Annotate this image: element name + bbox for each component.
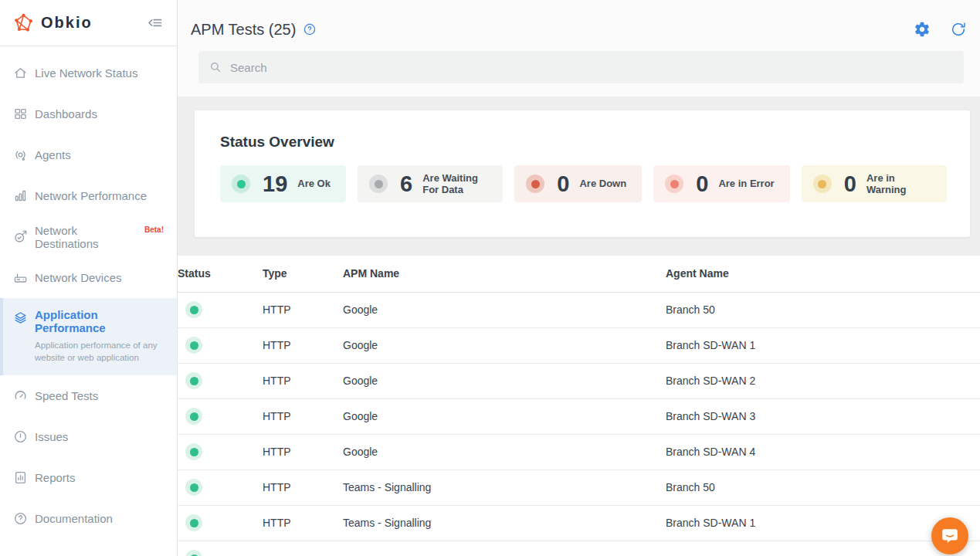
- cell-agent-name: Branch SD-WAN 4: [666, 434, 980, 470]
- status-label: Are Down: [579, 178, 626, 189]
- sidebar-item-label: Documentation: [35, 512, 113, 525]
- cell-apm-name: Teams - Signalling: [343, 505, 666, 541]
- dashboards-icon: [13, 107, 28, 121]
- sidebar-item-label: Speed Tests: [35, 389, 98, 402]
- cell-type: HTTP: [263, 398, 343, 434]
- cell-agent-name: Branch SD-WAN 1: [666, 327, 980, 363]
- layers-icon: [13, 310, 28, 325]
- topbar: APM Tests (25): [178, 0, 980, 97]
- sidebar-item[interactable]: Application Performance Application perf…: [0, 298, 177, 375]
- beta-badge: Beta!: [144, 225, 164, 234]
- sidebar-item[interactable]: Live Network Status: [0, 53, 177, 93]
- status-dot-icon: [813, 175, 832, 193]
- cell-apm-name: Google: [343, 434, 666, 470]
- page-title: APM Tests (25): [191, 21, 296, 39]
- report-icon: [13, 470, 28, 485]
- status-overview-title: Status Overview: [220, 110, 947, 149]
- status-ok-icon: [185, 550, 202, 556]
- status-chip[interactable]: 6 Are Waiting For Data: [358, 165, 503, 202]
- status-count: 19: [263, 171, 287, 197]
- sidebar: Obkio Live Network Status: [0, 0, 178, 556]
- cell-agent-name: Branch SD-WAN 3: [666, 398, 980, 434]
- cell-apm-name: Google: [343, 363, 666, 398]
- status-ok-icon: [185, 408, 202, 425]
- sidebar-item-label: More: [35, 553, 61, 556]
- status-chip[interactable]: 0 Are in Warning: [802, 165, 947, 202]
- sidebar-item-label: Network Destinations: [35, 224, 140, 250]
- table-row[interactable]: HTTP Google Branch SD-WAN 3: [178, 398, 980, 434]
- cell-agent-name: Branch 50: [666, 470, 980, 505]
- status-label: Are in Warning: [866, 172, 931, 196]
- status-dot-icon: [526, 175, 544, 193]
- home-icon: [13, 66, 28, 80]
- settings-gear-icon[interactable]: [914, 21, 931, 38]
- column-header: Type: [263, 256, 343, 292]
- destination-icon: [13, 229, 28, 244]
- agents-icon: [13, 147, 28, 162]
- status-ok-icon: [185, 479, 202, 496]
- sidebar-item-label: Reports: [35, 471, 76, 484]
- sidebar-item-label: Network Performance: [35, 189, 147, 202]
- sidebar-item[interactable]: Network Destinations Beta!: [0, 216, 177, 257]
- refresh-icon[interactable]: [950, 21, 967, 38]
- sidebar-item-label: Live Network Status: [35, 66, 137, 80]
- help-icon[interactable]: [303, 22, 317, 36]
- sidebar-nav: Live Network Status Dashboards: [0, 46, 177, 556]
- cell-apm-name: Teams - Signalling: [343, 470, 666, 505]
- sidebar-item[interactable]: Network Devices: [0, 257, 177, 298]
- table-row[interactable]: HTTP Google Branch SD-WAN 1: [178, 327, 980, 363]
- collapse-sidebar-icon[interactable]: [145, 14, 164, 32]
- cell-type: HTTP: [263, 363, 343, 398]
- sidebar-item[interactable]: Documentation: [0, 498, 177, 539]
- status-chips: 19 Are Ok 6 Are Waiting For Data 0 Are D…: [220, 165, 947, 202]
- bar-chart-icon: [13, 188, 28, 203]
- status-chip[interactable]: 19 Are Ok: [220, 165, 346, 202]
- status-ok-icon: [185, 337, 202, 354]
- sidebar-item-subtitle: Application performance of any website o…: [35, 340, 167, 364]
- sidebar-item[interactable]: Speed Tests: [0, 375, 177, 416]
- cell-agent-name: Branch 50: [666, 292, 980, 327]
- status-count: 0: [557, 171, 569, 197]
- status-band: Status Overview 19 Are Ok 6 Are Waiting …: [178, 97, 980, 256]
- status-count: 6: [400, 171, 412, 197]
- sidebar-item[interactable]: Issues: [0, 416, 177, 457]
- cell-apm-name: Google: [343, 398, 666, 434]
- sidebar-item-label: Issues: [35, 430, 68, 443]
- chat-bubble-icon: [940, 526, 960, 546]
- sidebar-item-label: Dashboards: [35, 107, 97, 120]
- sidebar-item[interactable]: Reports: [0, 457, 177, 498]
- cell-type: HTTP: [263, 470, 343, 505]
- sidebar-item[interactable]: More: [0, 539, 177, 556]
- status-dot-icon: [369, 175, 388, 193]
- cell-type: HTTP: [263, 505, 343, 541]
- cell-apm-name: Google: [343, 327, 666, 363]
- chat-launcher-button[interactable]: [931, 517, 968, 554]
- alert-circle-icon: [13, 429, 28, 444]
- table-row[interactable]: HTTP Teams - Signalling Branch 50: [178, 470, 980, 505]
- status-ok-icon: [185, 372, 202, 389]
- ellipsis-icon: [13, 552, 28, 556]
- help-circle-icon: [13, 511, 28, 526]
- cell-type: [263, 541, 343, 556]
- status-overview-card: Status Overview 19 Are Ok 6 Are Waiting …: [195, 110, 970, 237]
- cell-type: HTTP: [263, 292, 343, 327]
- sidebar-item[interactable]: Agents: [0, 134, 177, 175]
- status-dot-icon: [232, 175, 250, 193]
- status-chip[interactable]: 0 Are in Error: [653, 165, 789, 202]
- sidebar-header: Obkio: [0, 0, 177, 46]
- status-ok-icon: [185, 301, 202, 318]
- table-row[interactable]: [178, 541, 980, 556]
- sidebar-item[interactable]: Network Performance: [0, 175, 177, 216]
- table-row[interactable]: HTTP Google Branch SD-WAN 4: [178, 434, 980, 470]
- sidebar-item-label: Application Performance: [35, 308, 167, 334]
- table-row[interactable]: HTTP Teams - Signalling Branch SD-WAN 1: [178, 505, 980, 541]
- search-input[interactable]: [230, 61, 954, 74]
- cell-type: HTTP: [263, 327, 343, 363]
- status-chip[interactable]: 0 Are Down: [514, 165, 642, 202]
- table-row[interactable]: HTTP Google Branch 50: [178, 292, 980, 327]
- search-icon: [209, 60, 222, 74]
- search-bar: [198, 51, 964, 83]
- table-row[interactable]: HTTP Google Branch SD-WAN 2: [178, 363, 980, 398]
- column-header: Status: [178, 256, 263, 292]
- sidebar-item[interactable]: Dashboards: [0, 93, 177, 134]
